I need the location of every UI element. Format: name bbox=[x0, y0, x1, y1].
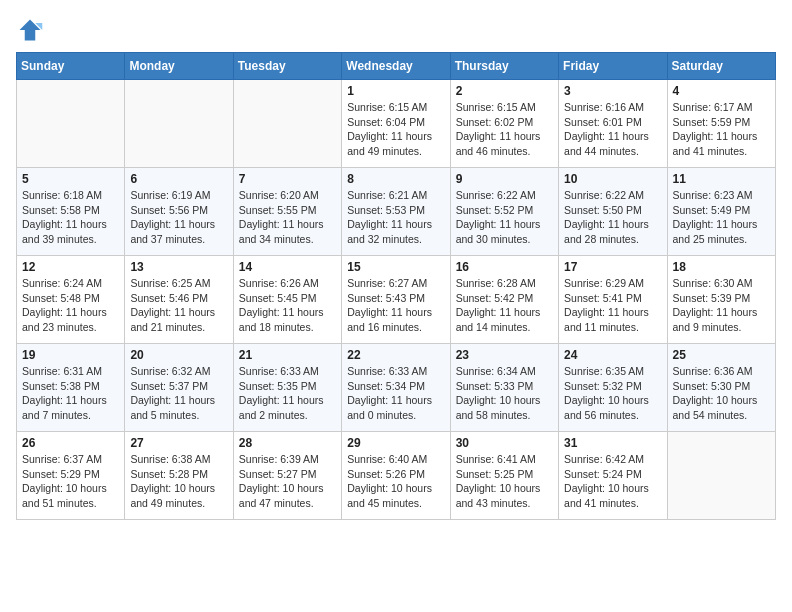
calendar-day-cell: 31Sunrise: 6:42 AMSunset: 5:24 PMDayligh… bbox=[559, 432, 667, 520]
day-info-line: Sunset: 5:26 PM bbox=[347, 467, 444, 482]
day-info-line: Sunrise: 6:19 AM bbox=[130, 188, 227, 203]
day-info-line: Daylight: 11 hours and 11 minutes. bbox=[564, 305, 661, 334]
day-info-line: Daylight: 11 hours and 32 minutes. bbox=[347, 217, 444, 246]
day-number: 23 bbox=[456, 348, 553, 362]
calendar-day-cell: 11Sunrise: 6:23 AMSunset: 5:49 PMDayligh… bbox=[667, 168, 775, 256]
day-info-line: Sunrise: 6:22 AM bbox=[456, 188, 553, 203]
day-number: 27 bbox=[130, 436, 227, 450]
calendar-day-cell: 12Sunrise: 6:24 AMSunset: 5:48 PMDayligh… bbox=[17, 256, 125, 344]
day-number: 16 bbox=[456, 260, 553, 274]
calendar-day-cell: 28Sunrise: 6:39 AMSunset: 5:27 PMDayligh… bbox=[233, 432, 341, 520]
calendar-day-cell: 26Sunrise: 6:37 AMSunset: 5:29 PMDayligh… bbox=[17, 432, 125, 520]
day-info-line: Daylight: 11 hours and 14 minutes. bbox=[456, 305, 553, 334]
day-number: 6 bbox=[130, 172, 227, 186]
day-info-line: Sunrise: 6:23 AM bbox=[673, 188, 770, 203]
day-info-line: Sunset: 5:27 PM bbox=[239, 467, 336, 482]
calendar-day-cell: 18Sunrise: 6:30 AMSunset: 5:39 PMDayligh… bbox=[667, 256, 775, 344]
calendar-day-cell bbox=[17, 80, 125, 168]
calendar-day-cell: 13Sunrise: 6:25 AMSunset: 5:46 PMDayligh… bbox=[125, 256, 233, 344]
day-info-line: Sunrise: 6:40 AM bbox=[347, 452, 444, 467]
logo-icon bbox=[16, 16, 44, 44]
calendar-day-cell: 15Sunrise: 6:27 AMSunset: 5:43 PMDayligh… bbox=[342, 256, 450, 344]
day-info-line: Daylight: 10 hours and 51 minutes. bbox=[22, 481, 119, 510]
day-info-line: Sunrise: 6:18 AM bbox=[22, 188, 119, 203]
day-info-line: Sunrise: 6:16 AM bbox=[564, 100, 661, 115]
day-info-line: Sunrise: 6:35 AM bbox=[564, 364, 661, 379]
day-info-line: Sunset: 5:41 PM bbox=[564, 291, 661, 306]
day-info-line: Sunrise: 6:15 AM bbox=[456, 100, 553, 115]
calendar-week-row: 19Sunrise: 6:31 AMSunset: 5:38 PMDayligh… bbox=[17, 344, 776, 432]
day-info-line: Sunset: 5:39 PM bbox=[673, 291, 770, 306]
day-number: 12 bbox=[22, 260, 119, 274]
day-info-line: Sunrise: 6:36 AM bbox=[673, 364, 770, 379]
weekday-header-cell: Tuesday bbox=[233, 53, 341, 80]
day-info-line: Sunrise: 6:32 AM bbox=[130, 364, 227, 379]
day-info-line: Sunset: 5:50 PM bbox=[564, 203, 661, 218]
day-info-line: Daylight: 11 hours and 44 minutes. bbox=[564, 129, 661, 158]
day-info-line: Sunset: 6:04 PM bbox=[347, 115, 444, 130]
day-info-line: Sunrise: 6:29 AM bbox=[564, 276, 661, 291]
day-number: 11 bbox=[673, 172, 770, 186]
day-info-line: Daylight: 11 hours and 46 minutes. bbox=[456, 129, 553, 158]
day-info-line: Sunset: 5:33 PM bbox=[456, 379, 553, 394]
day-number: 8 bbox=[347, 172, 444, 186]
day-info-line: Sunset: 5:53 PM bbox=[347, 203, 444, 218]
day-number: 25 bbox=[673, 348, 770, 362]
day-info-line: Sunset: 5:32 PM bbox=[564, 379, 661, 394]
calendar-day-cell: 4Sunrise: 6:17 AMSunset: 5:59 PMDaylight… bbox=[667, 80, 775, 168]
day-info-line: Daylight: 11 hours and 9 minutes. bbox=[673, 305, 770, 334]
day-number: 20 bbox=[130, 348, 227, 362]
day-info-line: Daylight: 11 hours and 23 minutes. bbox=[22, 305, 119, 334]
calendar-week-row: 1Sunrise: 6:15 AMSunset: 6:04 PMDaylight… bbox=[17, 80, 776, 168]
weekday-header-cell: Sunday bbox=[17, 53, 125, 80]
day-info-line: Sunset: 6:02 PM bbox=[456, 115, 553, 130]
day-info-line: Daylight: 10 hours and 58 minutes. bbox=[456, 393, 553, 422]
day-info-line: Daylight: 11 hours and 41 minutes. bbox=[673, 129, 770, 158]
day-info-line: Sunrise: 6:33 AM bbox=[347, 364, 444, 379]
day-number: 2 bbox=[456, 84, 553, 98]
day-info-line: Sunrise: 6:22 AM bbox=[564, 188, 661, 203]
day-info-line: Daylight: 10 hours and 47 minutes. bbox=[239, 481, 336, 510]
day-info-line: Sunset: 5:49 PM bbox=[673, 203, 770, 218]
day-info-line: Sunrise: 6:24 AM bbox=[22, 276, 119, 291]
day-info-line: Sunset: 5:25 PM bbox=[456, 467, 553, 482]
calendar-day-cell: 10Sunrise: 6:22 AMSunset: 5:50 PMDayligh… bbox=[559, 168, 667, 256]
day-number: 3 bbox=[564, 84, 661, 98]
svg-marker-0 bbox=[20, 20, 41, 41]
calendar-day-cell bbox=[667, 432, 775, 520]
calendar-day-cell: 25Sunrise: 6:36 AMSunset: 5:30 PMDayligh… bbox=[667, 344, 775, 432]
day-number: 1 bbox=[347, 84, 444, 98]
day-number: 13 bbox=[130, 260, 227, 274]
calendar-day-cell: 24Sunrise: 6:35 AMSunset: 5:32 PMDayligh… bbox=[559, 344, 667, 432]
calendar-day-cell: 8Sunrise: 6:21 AMSunset: 5:53 PMDaylight… bbox=[342, 168, 450, 256]
calendar-day-cell: 1Sunrise: 6:15 AMSunset: 6:04 PMDaylight… bbox=[342, 80, 450, 168]
day-info-line: Sunrise: 6:37 AM bbox=[22, 452, 119, 467]
day-info-line: Sunset: 5:28 PM bbox=[130, 467, 227, 482]
day-info-line: Sunset: 5:45 PM bbox=[239, 291, 336, 306]
day-info-line: Sunrise: 6:15 AM bbox=[347, 100, 444, 115]
day-info-line: Sunset: 5:34 PM bbox=[347, 379, 444, 394]
calendar-day-cell: 7Sunrise: 6:20 AMSunset: 5:55 PMDaylight… bbox=[233, 168, 341, 256]
calendar-day-cell: 19Sunrise: 6:31 AMSunset: 5:38 PMDayligh… bbox=[17, 344, 125, 432]
day-number: 15 bbox=[347, 260, 444, 274]
day-info-line: Sunrise: 6:21 AM bbox=[347, 188, 444, 203]
day-number: 24 bbox=[564, 348, 661, 362]
day-info-line: Sunset: 5:42 PM bbox=[456, 291, 553, 306]
day-info-line: Sunset: 5:55 PM bbox=[239, 203, 336, 218]
weekday-header-cell: Saturday bbox=[667, 53, 775, 80]
day-info-line: Sunrise: 6:17 AM bbox=[673, 100, 770, 115]
day-info-line: Daylight: 10 hours and 43 minutes. bbox=[456, 481, 553, 510]
day-info-line: Sunrise: 6:27 AM bbox=[347, 276, 444, 291]
day-info-line: Sunrise: 6:42 AM bbox=[564, 452, 661, 467]
calendar-day-cell: 2Sunrise: 6:15 AMSunset: 6:02 PMDaylight… bbox=[450, 80, 558, 168]
calendar-day-cell: 30Sunrise: 6:41 AMSunset: 5:25 PMDayligh… bbox=[450, 432, 558, 520]
calendar-day-cell bbox=[233, 80, 341, 168]
calendar-day-cell bbox=[125, 80, 233, 168]
day-info-line: Daylight: 10 hours and 41 minutes. bbox=[564, 481, 661, 510]
day-number: 28 bbox=[239, 436, 336, 450]
day-info-line: Daylight: 10 hours and 54 minutes. bbox=[673, 393, 770, 422]
day-number: 26 bbox=[22, 436, 119, 450]
day-number: 19 bbox=[22, 348, 119, 362]
day-info-line: Sunrise: 6:20 AM bbox=[239, 188, 336, 203]
day-number: 29 bbox=[347, 436, 444, 450]
